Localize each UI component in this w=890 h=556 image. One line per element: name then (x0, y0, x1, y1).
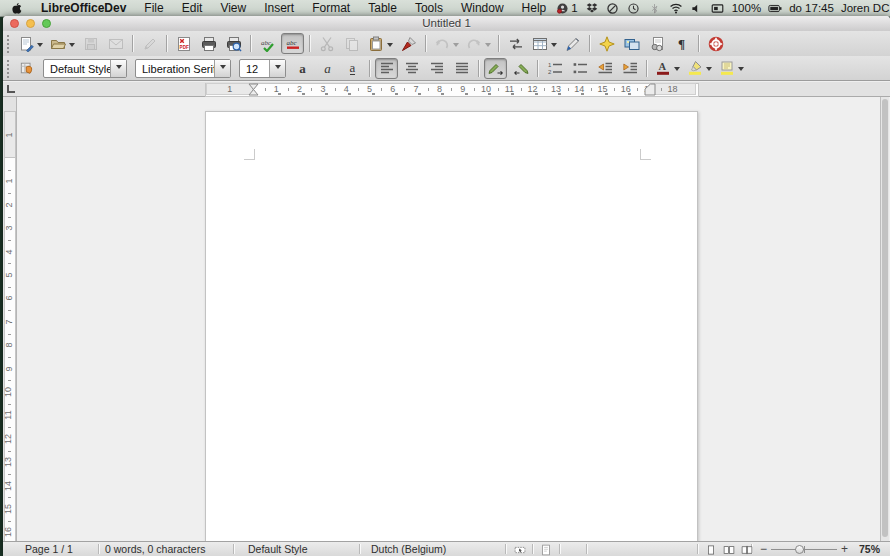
menu-insert[interactable]: Insert (255, 0, 303, 16)
font-color-button[interactable]: A (652, 58, 682, 79)
menu-table[interactable]: Table (359, 0, 406, 16)
zoom-slider-track[interactable] (771, 549, 837, 550)
paragraph-style-dropdown[interactable] (110, 60, 126, 77)
font-name-combo[interactable]: Liberation Serif (135, 59, 231, 78)
do-not-disturb-icon[interactable] (606, 1, 620, 15)
horizontal-ruler[interactable]: 1123456789101112131415161718 (3, 82, 890, 97)
export-pdf-button[interactable]: PDF (172, 33, 195, 54)
display-icon[interactable] (711, 1, 725, 15)
dropdown-arrow-icon[interactable] (674, 67, 680, 74)
align-justify-button[interactable] (450, 58, 473, 79)
redo-button[interactable] (463, 33, 493, 54)
align-right-button[interactable] (425, 58, 448, 79)
view-single-page-icon[interactable] (704, 543, 718, 556)
navigator-button[interactable] (595, 33, 618, 54)
clone-formatting-button[interactable] (397, 33, 420, 54)
background-color-button[interactable] (716, 58, 746, 79)
zoom-slider-knob[interactable] (795, 545, 804, 554)
view-book-icon[interactable] (740, 543, 754, 556)
bluetooth-icon[interactable] (648, 1, 662, 15)
save-button[interactable] (79, 33, 102, 54)
increase-indent-button[interactable] (618, 58, 641, 79)
view-multi-page-icon[interactable] (722, 543, 736, 556)
data-sources-button[interactable] (645, 33, 668, 54)
open-button[interactable] (47, 33, 77, 54)
time-machine-icon[interactable] (627, 1, 641, 15)
vertical-ruler[interactable]: 112345678910111213141516 (3, 97, 17, 541)
dropbox-icon[interactable] (585, 1, 599, 15)
status-word-count[interactable]: 0 words, 0 characters (105, 543, 205, 555)
document-modified-icon[interactable] (539, 543, 553, 556)
insert-table-button[interactable] (529, 33, 559, 54)
document-page[interactable] (205, 111, 698, 541)
paste-button[interactable] (365, 33, 395, 54)
formatting-marks-button[interactable]: ¶ (670, 33, 693, 54)
print-preview-button[interactable] (222, 33, 245, 54)
edit-mode-button[interactable] (138, 33, 161, 54)
user-status-icon[interactable] (555, 1, 569, 15)
align-left-button[interactable] (375, 58, 398, 79)
numbered-list-button[interactable]: 12 (543, 58, 566, 79)
menu-tools[interactable]: Tools (406, 0, 452, 16)
menu-help[interactable]: Help (513, 0, 556, 16)
decrease-indent-button[interactable] (593, 58, 616, 79)
underline-button[interactable]: a (341, 58, 364, 79)
email-button[interactable] (104, 33, 127, 54)
spelling-button[interactable]: abc (256, 33, 279, 54)
dropdown-arrow-icon[interactable] (69, 43, 75, 50)
dropdown-arrow-icon[interactable] (387, 43, 393, 50)
toolbar-grip[interactable] (6, 59, 10, 78)
status-page-number[interactable]: Page 1 / 1 (25, 543, 73, 555)
toolbar-grip[interactable] (6, 34, 10, 53)
print-button[interactable] (197, 33, 220, 54)
menubar-clock[interactable]: do 17:45 (789, 2, 834, 14)
tab-type-selector-icon[interactable] (7, 85, 15, 93)
styles-panel-button[interactable] (15, 58, 38, 79)
cut-button[interactable] (315, 33, 338, 54)
indent-marker-right[interactable] (644, 83, 656, 96)
menu-edit[interactable]: Edit (173, 0, 212, 16)
battery-icon[interactable] (768, 1, 782, 15)
zoom-in-button[interactable]: + (837, 543, 852, 555)
paragraph-style-combo[interactable]: Default Style (43, 59, 127, 78)
right-to-left-button[interactable] (509, 58, 532, 79)
gallery-button[interactable] (620, 33, 643, 54)
bold-button[interactable]: a (291, 58, 314, 79)
highlighting-button[interactable] (684, 58, 714, 79)
window-titlebar[interactable]: Untitled 1 (3, 16, 890, 32)
dropdown-arrow-icon[interactable] (485, 43, 491, 50)
menu-format[interactable]: Format (303, 0, 359, 16)
scrollbar-thumb[interactable] (882, 99, 888, 537)
status-page-style[interactable]: Default Style (248, 543, 308, 555)
auto-spellcheck-button[interactable]: abc (281, 33, 304, 54)
app-menu[interactable]: LibreOfficeDev (32, 0, 135, 16)
dropdown-arrow-icon[interactable] (37, 43, 43, 50)
menu-window[interactable]: Window (452, 0, 513, 16)
zoom-out-button[interactable]: − (756, 543, 771, 555)
dropdown-arrow-icon[interactable] (551, 43, 557, 50)
bullet-list-button[interactable] (568, 58, 591, 79)
vertical-scrollbar[interactable] (880, 97, 889, 541)
undo-button[interactable] (431, 33, 461, 54)
zoom-percentage[interactable]: 75% (859, 543, 880, 555)
help-button[interactable] (704, 33, 727, 54)
wifi-icon[interactable] (669, 1, 683, 15)
new-document-button[interactable] (15, 33, 45, 54)
menu-view[interactable]: View (211, 0, 255, 16)
italic-button[interactable]: a (316, 58, 339, 79)
menu-file[interactable]: File (135, 0, 172, 16)
draw-functions-button[interactable] (561, 33, 584, 54)
menubar-user[interactable]: Joren DC (841, 2, 890, 14)
align-center-button[interactable] (400, 58, 423, 79)
apple-menu[interactable] (0, 0, 32, 16)
selection-mode-icon[interactable] (513, 543, 527, 556)
font-size-dropdown[interactable] (269, 60, 285, 77)
volume-icon[interactable] (690, 1, 704, 15)
dropdown-arrow-icon[interactable] (738, 67, 744, 74)
dropdown-arrow-icon[interactable] (453, 43, 459, 50)
left-to-right-button[interactable] (484, 58, 507, 79)
copy-button[interactable] (340, 33, 363, 54)
indent-marker-left[interactable] (248, 83, 259, 96)
find-replace-button[interactable] (504, 33, 527, 54)
font-name-dropdown[interactable] (214, 60, 230, 77)
